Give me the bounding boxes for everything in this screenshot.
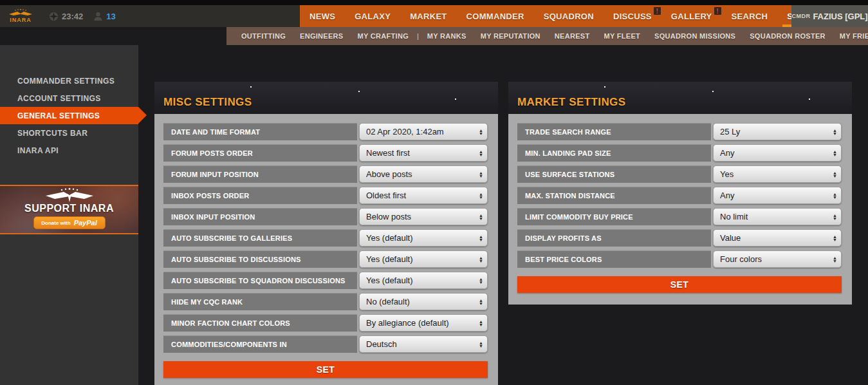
- subnav-item-my-friends[interactable]: MY FRIENDS: [833, 32, 868, 40]
- misc-setting-row: MINOR FACTION CHART COLORSBy allegiance …: [163, 314, 488, 332]
- setting-select-forum-input-position[interactable]: Above posts▲▼: [359, 165, 488, 183]
- selected-value: Value: [720, 233, 833, 243]
- nav-item-search[interactable]: SEARCH: [722, 5, 778, 27]
- top-strip: [0, 0, 868, 5]
- select-stepper-icon: ▲▼: [479, 277, 483, 284]
- setting-label-trade-search-range: TRADE SEARCH RANGE: [517, 123, 711, 140]
- nav-item-discuss[interactable]: DISCUSS!: [604, 5, 661, 27]
- market-panel-header: MARKET SETTINGS: [508, 82, 852, 114]
- support-inara-banner[interactable]: SUPPORT INARA Donate with PayPal: [0, 185, 138, 234]
- discuss-badge: !: [654, 7, 661, 15]
- market-setting-row: MAX. STATION DISTANCEAny▲▼: [517, 187, 842, 204]
- subnav-divider: |: [416, 32, 420, 40]
- inara-logo[interactable]: INARA: [6, 9, 35, 23]
- sidebar-item-shortcuts-bar[interactable]: SHORTCUTS BAR: [0, 124, 138, 142]
- sidebar-item-general-settings[interactable]: GENERAL SETTINGS: [0, 107, 138, 124]
- market-setting-row: TRADE SEARCH RANGE25 Ly▲▼: [517, 123, 842, 140]
- game-time-value: 23:42: [62, 12, 83, 21]
- selected-value: No limit: [720, 212, 833, 221]
- sidebar-item-account-settings[interactable]: ACCOUNT SETTINGS: [0, 89, 138, 107]
- selected-value: Yes (default): [366, 276, 479, 285]
- market-setting-row: BEST PRICE COLORSFour colors▲▼: [517, 250, 842, 268]
- select-stepper-icon: ▲▼: [833, 129, 837, 135]
- select-stepper-icon: ▲▼: [833, 256, 837, 263]
- selected-value: Above posts: [366, 169, 479, 179]
- setting-select-date-and-time-format[interactable]: 02 Apr 2020, 1:42am▲▼: [359, 123, 488, 140]
- select-stepper-icon: ▲▼: [479, 171, 483, 178]
- setting-label-max-station-distance: MAX. STATION DISTANCE: [517, 187, 711, 204]
- subnav-item-outfitting[interactable]: OUTFITTING: [234, 32, 293, 40]
- selected-value: Yes (default): [366, 233, 479, 243]
- setting-select-trade-search-range[interactable]: 25 Ly▲▼: [713, 123, 842, 140]
- misc-panel-body: DATE AND TIME FORMAT02 Apr 2020, 1:42am▲…: [154, 114, 498, 385]
- setting-select-use-surface-stations[interactable]: Yes▲▼: [713, 165, 842, 183]
- setting-select-forum-posts-order[interactable]: Newest first▲▼: [359, 144, 488, 162]
- nav-item-news[interactable]: NEWS: [300, 5, 345, 27]
- cmdr-prefix: CMDR: [791, 13, 810, 19]
- setting-select-inbox-posts-order[interactable]: Oldest first▲▼: [359, 187, 488, 204]
- setting-label-date-and-time-format: DATE AND TIME FORMAT: [163, 123, 357, 140]
- market-set-button[interactable]: SET: [517, 276, 842, 293]
- sidebar-menu: COMMANDER SETTINGSACCOUNT SETTINGSGENERA…: [0, 72, 138, 159]
- nav-item-commander[interactable]: COMMANDER: [457, 5, 534, 27]
- subnav-item-my-ranks[interactable]: MY RANKS: [420, 32, 474, 40]
- nav-item-squadron[interactable]: SQUADRON: [534, 5, 604, 27]
- galaxy-clock-icon: [49, 12, 59, 21]
- donate-label: Donate with: [41, 220, 70, 226]
- setting-label-auto-subscribe-to-squadron-discussions: AUTO SUBSCRIBE TO SQUADRON DISCUSSIONS: [163, 272, 357, 289]
- setting-select-display-profits-as[interactable]: Value▲▼: [713, 229, 842, 247]
- setting-label-inbox-posts-order: INBOX POSTS ORDER: [163, 187, 357, 204]
- subnav-item-my-reputation[interactable]: MY REPUTATION: [474, 32, 548, 40]
- banner-title: SUPPORT INARA: [24, 203, 114, 214]
- gallery-badge: !: [714, 7, 721, 15]
- misc-setting-row: FORUM POSTS ORDERNewest first▲▼: [163, 144, 488, 162]
- setting-select-auto-subscribe-to-discussions[interactable]: Yes (default)▲▼: [359, 250, 488, 268]
- select-stepper-icon: ▲▼: [479, 214, 483, 220]
- select-stepper-icon: ▲▼: [479, 129, 483, 135]
- select-stepper-icon: ▲▼: [833, 150, 837, 156]
- setting-select-hide-my-cqc-rank[interactable]: No (default)▲▼: [359, 293, 488, 310]
- market-setting-row: DISPLAY PROFITS ASValue▲▼: [517, 229, 842, 247]
- misc-settings-panel: MISC SETTINGS DATE AND TIME FORMAT02 Apr…: [154, 82, 498, 385]
- misc-set-button[interactable]: SET: [163, 361, 488, 378]
- subnav-item-my-fleet[interactable]: MY FLEET: [597, 32, 648, 40]
- subnav-item-engineers[interactable]: ENGINEERS: [293, 32, 351, 40]
- misc-setting-row: DATE AND TIME FORMAT02 Apr 2020, 1:42am▲…: [163, 123, 488, 140]
- misc-setting-row: AUTO SUBSCRIBE TO GALLERIESYes (default)…: [163, 229, 488, 247]
- misc-setting-row: FORUM INPUT POSITIONAbove posts▲▼: [163, 165, 488, 183]
- paypal-donate-button[interactable]: Donate with PayPal: [33, 216, 106, 229]
- setting-select-best-price-colors[interactable]: Four colors▲▼: [713, 250, 842, 268]
- setting-select-limit-commodity-buy-price[interactable]: No limit▲▼: [713, 208, 842, 225]
- cmdr-profile-button[interactable]: CMDR FAZIUS [GPL]: [791, 5, 868, 27]
- setting-select-inbox-input-position[interactable]: Below posts▲▼: [359, 208, 488, 225]
- setting-select-auto-subscribe-to-squadron-discussions[interactable]: Yes (default)▲▼: [359, 272, 488, 289]
- game-time: 23:42: [49, 12, 83, 21]
- setting-select-max-station-distance[interactable]: Any▲▼: [713, 187, 842, 204]
- setting-select-auto-subscribe-to-galleries[interactable]: Yes (default)▲▼: [359, 229, 488, 247]
- selected-value: Oldest first: [366, 191, 479, 200]
- setting-label-auto-subscribe-to-discussions: AUTO SUBSCRIBE TO DISCUSSIONS: [163, 250, 357, 268]
- setting-select-min-landing-pad-size[interactable]: Any▲▼: [713, 144, 842, 162]
- subnav-item-nearest[interactable]: NEAREST: [548, 32, 597, 40]
- setting-select-commodities-components-in[interactable]: Deutsch▲▼: [359, 335, 488, 353]
- market-setting-row: LIMIT COMMODITY BUY PRICENo limit▲▼: [517, 208, 842, 225]
- market-settings-panel: MARKET SETTINGS TRADE SEARCH RANGE25 Ly▲…: [508, 82, 852, 305]
- sidebar-item-inara-api[interactable]: INARA API: [0, 142, 138, 159]
- selected-value: Any: [720, 191, 833, 200]
- nav-item-market[interactable]: MARKET: [400, 5, 456, 27]
- select-stepper-icon: ▲▼: [479, 235, 483, 241]
- select-stepper-icon: ▲▼: [833, 192, 837, 199]
- selected-value: Deutsch: [366, 339, 479, 349]
- sidebar-item-commander-settings[interactable]: COMMANDER SETTINGS: [0, 72, 138, 89]
- select-stepper-icon: ▲▼: [833, 171, 837, 178]
- nav-item-gallery[interactable]: GALLERY!: [661, 5, 722, 27]
- misc-setting-row: INBOX INPUT POSITIONBelow posts▲▼: [163, 208, 488, 225]
- nav-item-galaxy[interactable]: GALAXY: [345, 5, 400, 27]
- subnav-item-my-crafting[interactable]: MY CRAFTING: [351, 32, 416, 40]
- inara-logo-text: INARA: [10, 17, 32, 23]
- selected-value: Four colors: [720, 254, 833, 264]
- subnav-item-squadron-missions[interactable]: SQUADRON MISSIONS: [647, 32, 743, 40]
- online-count[interactable]: 13: [93, 12, 115, 21]
- setting-select-minor-faction-chart-colors[interactable]: By allegiance (default)▲▼: [359, 314, 488, 332]
- subnav-item-squadron-roster[interactable]: SQUADRON ROSTER: [743, 32, 833, 40]
